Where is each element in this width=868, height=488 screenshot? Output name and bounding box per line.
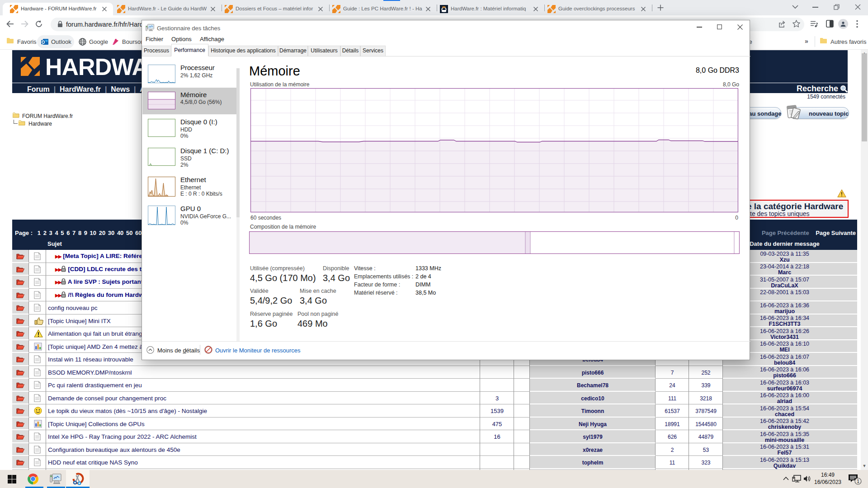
svg-text:1: 1 [857,479,859,484]
